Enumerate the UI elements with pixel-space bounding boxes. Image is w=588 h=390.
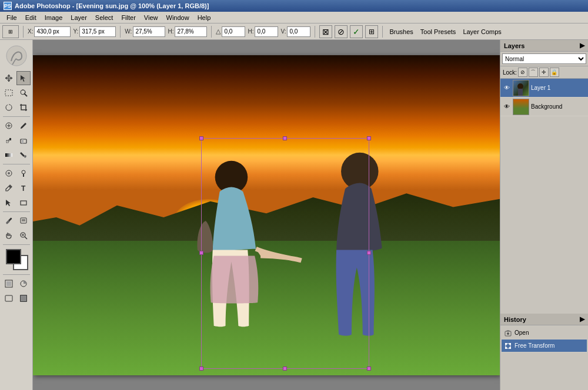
tool-options-btn[interactable]: ⊞ bbox=[2, 25, 19, 38]
history-panel-title: History bbox=[504, 316, 526, 323]
layer-comps-tab[interactable]: Layer Comps bbox=[460, 28, 503, 35]
heal-btn[interactable] bbox=[2, 119, 16, 133]
transform-handle-top-left[interactable] bbox=[199, 136, 203, 140]
lock-all-btn[interactable]: 🔒 bbox=[550, 68, 559, 77]
history-item-open[interactable]: Open bbox=[502, 327, 587, 339]
history-panel-header: History ▶ bbox=[500, 314, 588, 325]
svg-rect-43 bbox=[509, 343, 511, 345]
layer-1-visibility-icon[interactable]: 👁 bbox=[503, 84, 511, 92]
blend-mode-select[interactable]: Normal bbox=[502, 53, 586, 64]
transform-handle-bottom-left[interactable] bbox=[199, 367, 203, 371]
mask-tools-row bbox=[2, 277, 31, 291]
app-icon: PS bbox=[4, 2, 12, 10]
hand-btn[interactable] bbox=[2, 228, 16, 243]
y-input[interactable] bbox=[79, 26, 116, 37]
menu-file[interactable]: File bbox=[2, 13, 21, 22]
layers-blend-mode-row: Normal bbox=[500, 52, 588, 66]
lock-position-btn[interactable]: ✛ bbox=[539, 68, 549, 77]
menu-layer[interactable]: Layer bbox=[66, 13, 91, 22]
path-select-btn[interactable] bbox=[2, 196, 16, 210]
interpolation-btn[interactable]: ⊠ bbox=[319, 25, 332, 38]
menu-view[interactable]: View bbox=[140, 13, 162, 22]
clone-stamp-btn[interactable] bbox=[2, 133, 16, 147]
menu-image[interactable]: Image bbox=[41, 13, 67, 22]
screen-mode-btn[interactable] bbox=[2, 291, 16, 305]
menu-edit[interactable]: Edit bbox=[21, 13, 41, 22]
background-visibility-icon[interactable]: 👁 bbox=[503, 103, 511, 111]
history-item-open-label: Open bbox=[514, 330, 529, 336]
layers-panel-title: Layers bbox=[504, 42, 524, 49]
paint-bucket-btn[interactable] bbox=[16, 148, 31, 162]
gradient-btn[interactable] bbox=[2, 148, 16, 162]
cancel-transform-btn[interactable]: ⊘ bbox=[335, 25, 348, 38]
hskew-input[interactable] bbox=[255, 26, 278, 37]
vskew-label: V: bbox=[280, 28, 286, 35]
warp-transform-btn[interactable]: ⊞ bbox=[365, 25, 378, 38]
angle-input[interactable] bbox=[222, 26, 245, 37]
brushes-tab[interactable]: Brushes bbox=[387, 28, 415, 35]
fullscreen-btn[interactable] bbox=[16, 291, 31, 305]
layer-row-1[interactable]: 👁 Layer 1 bbox=[500, 79, 588, 98]
lock-image-btn[interactable]: ⌒ bbox=[529, 68, 538, 77]
rect-marquee-btn[interactable] bbox=[2, 86, 16, 100]
transform-handle-middle-left[interactable] bbox=[199, 251, 203, 255]
angle-label: △ bbox=[216, 28, 220, 35]
shape-btn[interactable] bbox=[16, 196, 31, 210]
background-layer-name: Background bbox=[531, 103, 562, 110]
transform-handle-bottom-middle[interactable] bbox=[283, 367, 287, 371]
layers-lock-row: Lock: ⊘ ⌒ ✛ 🔒 bbox=[500, 66, 588, 79]
eyedropper-btn[interactable] bbox=[2, 214, 16, 228]
vskew-input[interactable] bbox=[287, 26, 310, 37]
commit-transform-btn[interactable]: ✓ bbox=[350, 25, 363, 38]
menu-filter[interactable]: Filter bbox=[117, 13, 139, 22]
lasso-btn[interactable] bbox=[2, 100, 16, 115]
dodge-btn[interactable] bbox=[16, 166, 31, 180]
magic-wand-btn[interactable] bbox=[16, 86, 31, 100]
svg-text:T: T bbox=[21, 184, 26, 192]
camera-icon bbox=[504, 329, 512, 337]
pen-btn[interactable] bbox=[2, 181, 16, 195]
y-label: Y: bbox=[73, 28, 78, 35]
crop-btn[interactable] bbox=[16, 100, 31, 115]
move-tool-btn[interactable] bbox=[2, 71, 16, 85]
lock-transparent-btn[interactable]: ⊘ bbox=[518, 68, 527, 77]
transform-handle-top-right[interactable] bbox=[367, 136, 371, 140]
x-input[interactable] bbox=[34, 26, 71, 37]
menu-help[interactable]: Help bbox=[193, 13, 215, 22]
standard-mode-btn[interactable] bbox=[2, 277, 16, 291]
type-btn[interactable]: T bbox=[16, 181, 31, 195]
layer-row-background[interactable]: 👁 Background bbox=[500, 98, 588, 116]
brush-btn[interactable] bbox=[16, 119, 31, 133]
transform-handle-top-middle[interactable] bbox=[283, 136, 287, 140]
toolbar-separator-2 bbox=[3, 164, 30, 164]
svg-point-16 bbox=[22, 170, 25, 174]
menu-select[interactable]: Select bbox=[91, 13, 118, 22]
history-item-transform-label: Free Transform bbox=[514, 342, 554, 349]
history-panel: History ▶ Open Free Transform bbox=[500, 314, 588, 390]
selection-tool-btn[interactable] bbox=[16, 71, 31, 85]
tool-presets-tab[interactable]: Tool Presets bbox=[418, 28, 459, 35]
transform-handle-bottom-right[interactable] bbox=[367, 367, 371, 371]
svg-rect-21 bbox=[21, 201, 26, 205]
view-tools-row bbox=[2, 214, 31, 228]
zoom-btn[interactable] bbox=[16, 228, 31, 243]
heal-tools-row bbox=[2, 119, 31, 133]
quick-mask-btn[interactable] bbox=[16, 277, 31, 291]
history-item-transform[interactable]: Free Transform bbox=[502, 339, 587, 352]
eraser-btn[interactable] bbox=[16, 133, 31, 147]
hand-tools-row bbox=[2, 228, 31, 243]
history-panel-menu-icon[interactable]: ▶ bbox=[580, 315, 584, 323]
menu-window[interactable]: Window bbox=[162, 13, 193, 22]
path-tools-row bbox=[2, 196, 31, 210]
y-control: Y: bbox=[73, 26, 116, 37]
svg-point-4 bbox=[21, 90, 25, 95]
ps-logo-icon bbox=[3, 42, 30, 69]
w-input[interactable] bbox=[133, 26, 165, 37]
blur-btn[interactable] bbox=[2, 166, 16, 180]
layers-panel-menu-icon[interactable]: ▶ bbox=[580, 42, 584, 49]
svg-point-0 bbox=[6, 46, 26, 66]
transform-handle-middle-right[interactable] bbox=[367, 251, 371, 255]
foreground-color-swatch[interactable] bbox=[6, 249, 21, 264]
notes-btn[interactable] bbox=[16, 214, 31, 228]
h-input[interactable] bbox=[175, 26, 207, 37]
